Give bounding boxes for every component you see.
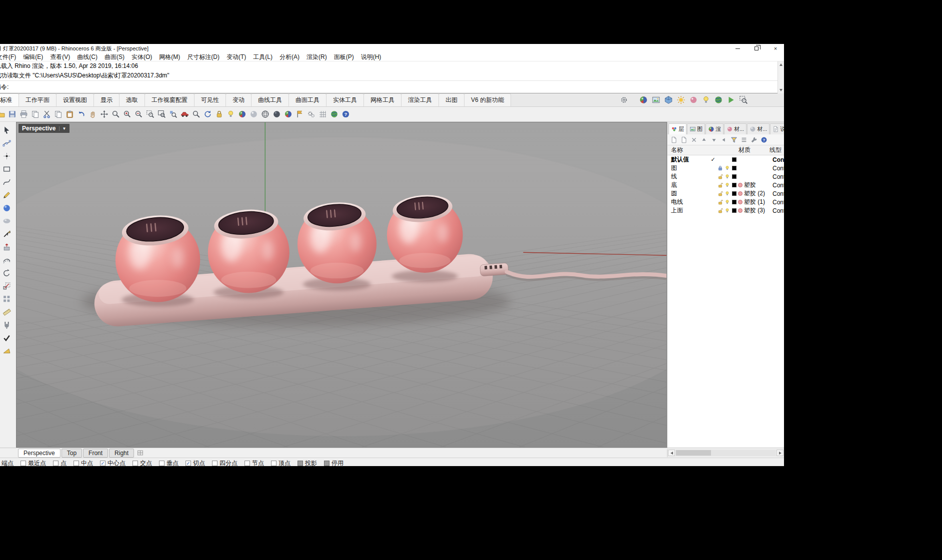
offset-tool-icon[interactable] xyxy=(0,254,12,266)
osnap-item[interactable]: 端点 xyxy=(0,459,14,466)
check-tool-icon[interactable] xyxy=(0,332,12,344)
bulb-icon[interactable] xyxy=(724,174,730,179)
layer-color-swatch[interactable] xyxy=(732,174,736,179)
layer-row[interactable]: 圆塑胶 (2)Cont xyxy=(668,189,784,198)
layer-row[interactable]: 图Cont xyxy=(668,164,784,172)
command-scrollbar[interactable] xyxy=(778,61,784,93)
panel-tab-2[interactable]: 渲 xyxy=(706,123,724,134)
osnap-item[interactable]: 中点 xyxy=(74,459,93,466)
maximize-button[interactable] xyxy=(753,45,760,52)
toolbar-tab-14[interactable]: V6 的新功能 xyxy=(464,93,511,106)
print-icon[interactable] xyxy=(18,108,30,120)
viewport-title[interactable]: Perspective ▼ xyxy=(18,124,70,133)
osnap-item[interactable]: 交点 xyxy=(132,459,152,466)
panel-tab-4[interactable]: 材... xyxy=(747,123,770,134)
menu-item-4[interactable]: 曲面(S) xyxy=(101,53,128,61)
details-icon[interactable] xyxy=(739,135,748,144)
material-icon[interactable] xyxy=(688,94,699,105)
settings-icon[interactable] xyxy=(749,135,758,144)
sun-icon[interactable] xyxy=(675,94,686,105)
toolbar-tab-4[interactable]: 选取 xyxy=(119,93,145,106)
zoom-window-icon[interactable] xyxy=(144,108,156,120)
ellipsoid-tool-icon[interactable] xyxy=(0,215,12,227)
lock-open-icon[interactable] xyxy=(716,182,724,188)
wedge-tool-icon[interactable] xyxy=(0,345,12,357)
menu-item-3[interactable]: 曲线(C) xyxy=(74,53,101,61)
osnap-item[interactable]: ✓中心点 xyxy=(100,459,126,466)
light-icon[interactable] xyxy=(700,94,712,105)
render-ball-icon[interactable] xyxy=(236,108,248,120)
open-folder-icon[interactable] xyxy=(0,108,6,120)
osnap-checkbox[interactable] xyxy=(244,461,250,466)
scroll-left-icon[interactable] xyxy=(668,450,675,456)
bulb-icon[interactable] xyxy=(724,199,730,205)
toolbar-tab-13[interactable]: 出图 xyxy=(438,93,464,106)
menu-item-6[interactable]: 网格(M) xyxy=(156,53,184,61)
lock-closed-icon[interactable] xyxy=(716,165,724,171)
pan-icon[interactable] xyxy=(87,108,98,120)
duplicate-icon[interactable] xyxy=(52,108,64,120)
select-tool-icon[interactable] xyxy=(0,124,12,136)
photo-icon[interactable] xyxy=(650,94,662,105)
menu-item-9[interactable]: 工具(L) xyxy=(250,53,276,61)
layer-color-swatch[interactable] xyxy=(732,208,736,213)
osnap-item[interactable]: 垂点 xyxy=(159,459,178,466)
toolbar-tab-2[interactable]: 设置视图 xyxy=(56,93,94,106)
move-up-icon[interactable] xyxy=(699,135,708,144)
osnap-checkbox[interactable]: ✓ xyxy=(186,461,191,466)
panel-tab-1[interactable]: 图 xyxy=(687,123,705,134)
bulb-icon[interactable] xyxy=(724,182,730,188)
zoom-extents-icon[interactable] xyxy=(156,108,168,120)
layer-row[interactable]: 默认值✓Con xyxy=(668,155,784,164)
lock-open-icon[interactable] xyxy=(716,199,724,205)
command-prompt[interactable]: 指令: xyxy=(0,80,784,93)
sketch-tool-icon[interactable] xyxy=(0,189,12,201)
play-icon[interactable] xyxy=(725,94,736,105)
gears-icon[interactable] xyxy=(306,108,317,120)
panel-tab-3[interactable]: 材... xyxy=(724,123,746,134)
bulb-icon[interactable] xyxy=(724,165,730,171)
scroll-track[interactable] xyxy=(676,450,776,456)
point-tool-icon[interactable] xyxy=(0,150,12,162)
toolbar-tab-11[interactable]: 网格工具 xyxy=(364,93,402,106)
panel-help-icon[interactable]: ? xyxy=(759,135,768,144)
lock-open-icon[interactable] xyxy=(716,208,724,213)
control-points-tool-icon[interactable] xyxy=(0,137,12,149)
toolbar-tab-8[interactable]: 曲线工具 xyxy=(251,93,289,106)
rotate-view-icon[interactable] xyxy=(202,108,214,120)
plug-tool-icon[interactable] xyxy=(0,319,12,331)
rectangle-tool-icon[interactable] xyxy=(0,163,12,175)
osnap-item[interactable]: 四分点 xyxy=(212,459,238,466)
zoom-render-icon[interactable] xyxy=(738,94,749,105)
osnap-checkbox[interactable] xyxy=(212,461,218,466)
zoom-in-icon[interactable] xyxy=(122,108,133,120)
view-tab-right[interactable]: Right xyxy=(109,449,134,458)
panel-tab-5[interactable]: 说... xyxy=(770,123,784,134)
viewport-layout-icon[interactable] xyxy=(135,449,145,457)
menu-item-7[interactable]: 尺寸标注(D) xyxy=(184,53,223,61)
osnap-checkbox[interactable] xyxy=(53,461,58,466)
layer-material[interactable]: 塑胶 (1) xyxy=(738,198,772,206)
move-icon[interactable] xyxy=(98,108,110,120)
bulb-icon[interactable] xyxy=(225,108,236,120)
osnap-item[interactable]: ✓切点 xyxy=(186,459,205,466)
sphere-tool-icon[interactable] xyxy=(0,202,12,214)
cut-icon[interactable] xyxy=(41,108,52,120)
toolbar-tab-9[interactable]: 曲面工具 xyxy=(288,93,326,106)
shaded-ball-icon[interactable] xyxy=(248,108,260,120)
layer-material[interactable]: 塑胶 (2) xyxy=(738,189,772,198)
new-sublayer-icon[interactable] xyxy=(679,135,688,144)
pull-arrow-tool-icon[interactable] xyxy=(0,228,12,240)
toolbar-tab-12[interactable]: 渲染工具 xyxy=(401,93,439,106)
undo-icon[interactable] xyxy=(76,108,87,120)
osnap-checkbox[interactable] xyxy=(271,461,276,466)
grid-snap-icon[interactable] xyxy=(317,108,328,120)
perspective-viewport[interactable]: Perspective ▼ xyxy=(16,122,667,448)
help-icon[interactable]: ? xyxy=(340,108,352,120)
xray-ball-icon[interactable] xyxy=(271,108,282,120)
scale-tool-icon[interactable] xyxy=(0,280,12,292)
zoom-selected-icon[interactable] xyxy=(168,108,179,120)
lock-open-icon[interactable] xyxy=(716,174,724,179)
osnap-checkbox[interactable]: ✓ xyxy=(100,461,106,466)
view-tab-perspective[interactable]: Perspective xyxy=(18,449,60,458)
